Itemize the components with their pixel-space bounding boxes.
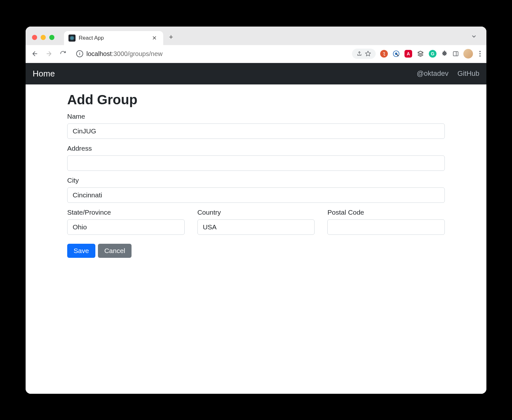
share-button[interactable] — [356, 51, 362, 57]
page-viewport: Home @oktadev GitHub Add Group Name Addr… — [26, 63, 486, 394]
country-input[interactable] — [197, 219, 315, 235]
bookmark-button[interactable] — [365, 51, 371, 57]
arrow-left-icon — [31, 50, 38, 57]
back-button[interactable] — [29, 48, 40, 59]
nav-oktadev-link[interactable]: @oktadev — [417, 69, 448, 78]
page-title: Add Group — [67, 92, 445, 107]
share-star-group — [352, 49, 376, 59]
chevron-down-icon — [471, 34, 477, 39]
form-group-postal: Postal Code — [327, 209, 445, 235]
profile-avatar[interactable] — [463, 49, 473, 59]
site-info-icon[interactable]: i — [76, 50, 83, 57]
form-container: Add Group Name Address City State/Provin… — [26, 84, 486, 265]
state-label: State/Province — [67, 209, 185, 216]
arrow-right-icon — [45, 50, 52, 57]
app-navbar: Home @oktadev GitHub — [26, 63, 486, 84]
address-input[interactable] — [67, 155, 445, 171]
form-group-country: Country — [197, 209, 315, 235]
share-icon — [356, 51, 362, 57]
window-minimize-button[interactable] — [41, 35, 46, 40]
window-fullscreen-button[interactable] — [49, 35, 54, 40]
buffer-extension-icon[interactable] — [417, 50, 424, 58]
tab-close-button[interactable]: ✕ — [150, 34, 159, 42]
window-controls — [31, 35, 54, 45]
window-close-button[interactable] — [32, 35, 37, 40]
url-path: :3000/groups/new — [112, 50, 163, 57]
url-host: localhost — [86, 50, 112, 57]
button-row: Save Cancel — [67, 244, 445, 258]
browser-window: React App ✕ + i localhost:3000/groups/ne… — [26, 27, 486, 394]
tabs-dropdown-button[interactable] — [469, 32, 479, 41]
password-extension-icon[interactable] — [392, 50, 400, 58]
svg-point-0 — [72, 37, 73, 38]
name-input[interactable] — [67, 123, 445, 139]
url-text: localhost:3000/groups/new — [86, 50, 163, 58]
browser-menu-button[interactable] — [477, 49, 483, 59]
form-row-location: State/Province Country Postal Code — [67, 209, 445, 241]
postal-input[interactable] — [327, 219, 445, 235]
save-button[interactable]: Save — [67, 244, 95, 258]
tab-strip-right — [469, 32, 481, 45]
side-panel-button[interactable] — [452, 51, 459, 57]
puzzle-icon — [441, 50, 448, 57]
browser-toolbar: i localhost:3000/groups/new A — [26, 45, 486, 63]
nav-right: @oktadev GitHub — [417, 69, 479, 78]
react-favicon-icon — [68, 35, 76, 42]
star-icon — [365, 51, 371, 57]
city-input[interactable] — [67, 187, 445, 203]
nav-home-link[interactable]: Home — [33, 69, 55, 79]
angular-extension-icon[interactable]: A — [404, 50, 412, 58]
browser-tab[interactable]: React App ✕ — [64, 31, 163, 45]
tab-title: React App — [79, 35, 147, 41]
browser-tab-strip: React App ✕ + — [26, 27, 486, 45]
toolbar-right: A G — [352, 49, 483, 59]
form-group-city: City — [67, 177, 445, 203]
state-input[interactable] — [67, 219, 185, 235]
reload-icon — [60, 51, 66, 57]
form-group-name: Name — [67, 113, 445, 139]
extensions-button[interactable] — [441, 50, 448, 57]
city-label: City — [67, 177, 445, 184]
form-group-address: Address — [67, 145, 445, 171]
form-group-state: State/Province — [67, 209, 185, 235]
cancel-button[interactable]: Cancel — [98, 244, 132, 258]
forward-button[interactable] — [44, 48, 54, 59]
address-bar[interactable]: i localhost:3000/groups/new — [72, 47, 349, 60]
address-label: Address — [67, 145, 445, 152]
postal-label: Postal Code — [327, 209, 445, 216]
country-label: Country — [197, 209, 315, 216]
svg-rect-7 — [453, 52, 458, 56]
duckduckgo-extension-icon[interactable] — [380, 50, 388, 58]
nav-github-link[interactable]: GitHub — [458, 69, 479, 78]
new-tab-button[interactable]: + — [163, 33, 179, 45]
reload-button[interactable] — [58, 48, 68, 59]
grammarly-extension-icon[interactable]: G — [429, 50, 436, 58]
panel-icon — [452, 51, 459, 57]
name-label: Name — [67, 113, 445, 120]
